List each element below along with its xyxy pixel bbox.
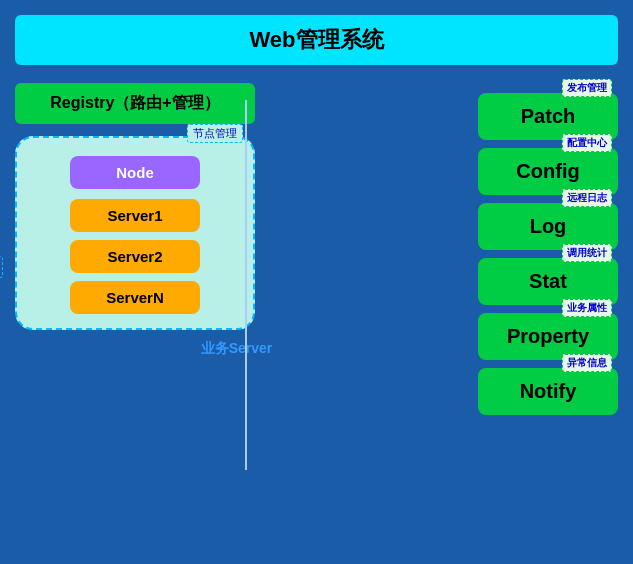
node-management-tag: 节点管理 xyxy=(187,124,243,143)
stat-tag: 调用统计 xyxy=(562,244,612,262)
left-side: Registry（路由+管理） 应用节点 节点管理 Node xyxy=(15,83,458,358)
right-item-property: 业务属性 Property xyxy=(478,313,618,360)
patch-tag: 发布管理 xyxy=(562,79,612,97)
right-item-patch: 发布管理 Patch xyxy=(478,93,618,140)
property-box: 业务属性 Property xyxy=(478,313,618,360)
right-item-log: 远程日志 Log xyxy=(478,203,618,250)
vertical-divider xyxy=(245,100,247,470)
notify-tag: 异常信息 xyxy=(562,354,612,372)
patch-box: 发布管理 Patch xyxy=(478,93,618,140)
config-tag: 配置中心 xyxy=(562,134,612,152)
node-management-area: 节点管理 Node Server1 Server2 ServerN xyxy=(15,136,255,330)
title-bar: Web管理系统 xyxy=(15,15,618,65)
registry-label: Registry（路由+管理） xyxy=(50,94,219,111)
right-side: 发布管理 Patch 配置中心 Config 远程日志 xyxy=(478,83,618,415)
content-area: Registry（路由+管理） 应用节点 节点管理 Node xyxy=(15,83,618,415)
server-box-n: ServerN xyxy=(70,281,200,314)
log-box: 远程日志 Log xyxy=(478,203,618,250)
registry-box: Registry（路由+管理） xyxy=(15,83,255,124)
right-item-stat: 调用统计 Stat xyxy=(478,258,618,305)
page-title: Web管理系统 xyxy=(249,27,383,52)
right-item-config: 配置中心 Config xyxy=(478,148,618,195)
main-container: Web管理系统 Registry（路由+管理） 应用节点 节点管理 xyxy=(0,0,633,564)
server-box-1: Server1 xyxy=(70,199,200,232)
config-box: 配置中心 Config xyxy=(478,148,618,195)
log-tag: 远程日志 xyxy=(562,189,612,207)
property-tag: 业务属性 xyxy=(562,299,612,317)
app-node-label: 应用节点 xyxy=(0,256,3,278)
node-box: Node xyxy=(70,156,200,189)
business-server-label: 业务Server xyxy=(15,340,458,358)
stat-box: 调用统计 Stat xyxy=(478,258,618,305)
notify-box: 异常信息 Notify xyxy=(478,368,618,415)
right-item-notify: 异常信息 Notify xyxy=(478,368,618,415)
server-box-2: Server2 xyxy=(70,240,200,273)
